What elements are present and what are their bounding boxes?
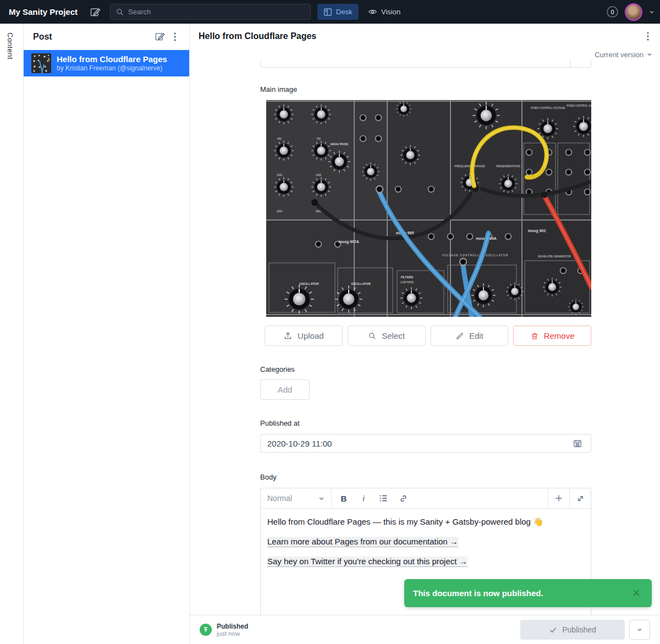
version-label: Current version [595,51,644,59]
chevron-down-icon [318,496,324,502]
document-footer: Published just now Published [190,615,660,644]
content-rail[interactable]: Content [0,24,24,644]
photo-label: FREQUENCY RANGE [454,164,485,168]
post-list-pane: Post Hello from Cloudflare Pages by Kris [24,24,190,644]
svg-text:1000: 1000 [277,174,283,177]
presence-count-badge[interactable]: 0 [607,6,618,18]
photo-label: LOW PASS [400,281,414,284]
desk-panes-icon [323,8,332,16]
upload-icon [283,331,293,340]
photo-label: REGENERATION [496,164,520,168]
list-item[interactable]: Hello from Cloudflare Pages by Kristian … [24,50,189,76]
photo-label: FIXED CONTROL VOLTAGE [531,107,565,109]
upload-button[interactable]: Upload [265,326,343,346]
search-bar[interactable] [110,4,311,20]
publish-button[interactable]: Published [520,620,625,640]
list-item-title: Hello from Cloudflare Pages [57,54,167,64]
compose-icon[interactable] [90,7,101,18]
italic-button[interactable]: i [356,491,371,506]
photo-label: VOLTAGE CONTROLLED OSCILLATOR [442,254,508,257]
body-link-twitter[interactable]: Say hey on Twitter if you're checking ou… [267,557,468,567]
search-icon [368,332,377,340]
published-at-label: Published at [260,419,300,427]
photo-label: FILTERS [401,276,414,279]
remove-button[interactable]: Remove [513,326,591,346]
add-category-button[interactable]: Add [260,379,310,400]
text-style-select[interactable]: Normal [261,488,332,508]
body-paragraph: Hello from Cloudflare Pages — this is my… [267,516,584,527]
project-title: My Sanity Project [9,7,78,16]
main-image-label: Main image [260,85,297,93]
svg-text:1400: 1400 [316,174,322,177]
link-button[interactable] [395,491,411,506]
photo-label: moog 902 [528,229,546,233]
photo-label: OSCILLATOR [299,282,318,285]
image-actions: Upload Select Edit Remove [265,326,591,346]
published-at-field [260,434,591,453]
publish-time: just now [217,630,520,637]
tab-vision[interactable]: Vision [362,4,406,20]
photo-label: ENVELOPE GENERATOR [538,255,571,258]
edit-button[interactable]: Edit [431,326,509,346]
search-input[interactable] [128,8,293,16]
body-link-documentation[interactable]: Learn more about Pages from our document… [267,537,458,547]
main-image-photo[interactable]: HIGH PASS FREQUENCY RANGE REGENERATION F… [266,100,591,317]
fullscreen-button[interactable] [569,488,591,508]
document-header: Hello from Cloudflare Pages [190,24,660,49]
top-navbar: My Sanity Project Desk Vision 0 [0,0,660,24]
post-list-header: Post [24,24,189,50]
photo-label: HIGH PASS [331,142,349,146]
check-icon [549,626,557,634]
photo-label: FIXED CONTROL VOLTAGE [566,104,591,107]
body-editor-content[interactable]: Hello from Cloudflare Pages — this is my… [261,509,591,567]
version-selector[interactable]: Current version [190,49,660,60]
photo-label: OSCILLATOR [351,282,370,285]
bold-button[interactable]: B [336,491,351,506]
list-item-thumbnail [31,53,51,73]
document-form: Current version Main image [190,49,660,615]
svg-text:700: 700 [316,137,321,140]
editor-toolbar: Normal B i [261,488,591,509]
eye-icon [368,7,377,16]
close-icon[interactable] [631,587,643,599]
svg-text:2000: 2000 [277,210,283,213]
publish-status-text: Published [217,623,520,630]
list-item-subtitle: by Kristian Freeman (@signalnerve) [57,64,167,73]
publish-status-icon [200,624,212,636]
list-menu-kebab-icon[interactable] [167,29,183,45]
select-button[interactable]: Select [348,326,426,346]
calendar-icon[interactable] [570,436,585,451]
avatar[interactable] [625,3,642,21]
document-title: Hello from Cloudflare Pages [199,31,640,41]
search-icon [116,8,124,16]
categories-label: Categories [260,365,295,373]
tab-desk-label: Desk [336,8,353,16]
pane-title: Post [33,32,152,42]
trash-icon [530,332,539,340]
document-menu-kebab-icon[interactable] [640,29,656,44]
document-pane: Hello from Cloudflare Pages Current vers… [190,24,660,644]
publish-toast: This document is now published. [404,579,652,607]
photo-label: moog 907A [338,240,359,244]
synthesizer-photo: HIGH PASS FREQUENCY RANGE REGENERATION F… [266,100,591,317]
new-document-icon[interactable] [152,29,167,45]
publish-menu-button[interactable] [629,620,650,640]
published-at-input[interactable] [267,439,570,448]
toast-message: This document is now published. [413,588,631,598]
chevron-down-icon[interactable] [649,9,654,15]
body-label: Body [260,473,277,481]
tab-vision-label: Vision [381,8,400,16]
insert-block-button[interactable] [548,488,569,508]
tab-desk[interactable]: Desk [317,4,359,20]
svg-text:500: 500 [277,137,282,140]
chevron-down-icon [636,626,643,633]
bullet-list-button[interactable] [376,491,391,506]
pencil-icon [455,332,464,340]
chevron-down-icon [647,52,652,57]
content-rail-label: Content [6,32,14,59]
